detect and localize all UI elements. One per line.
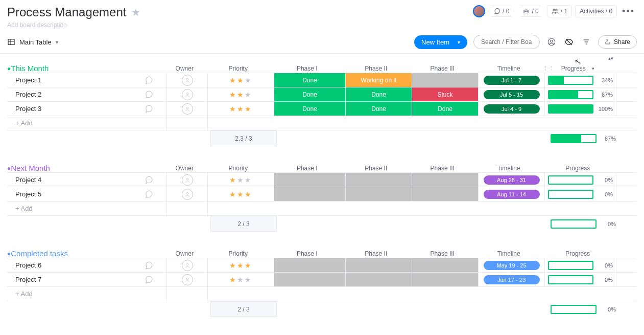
owner-cell[interactable]	[166, 173, 207, 187]
col-timeline[interactable]: Timeline	[475, 65, 542, 72]
row-name[interactable]: Project 4	[7, 173, 166, 187]
share-button[interactable]: Share	[598, 35, 637, 49]
timeline-cell[interactable]: May 19 - 25	[478, 258, 544, 272]
guests-pill[interactable]: / 0	[488, 6, 514, 17]
board-title[interactable]: Process Management	[7, 5, 126, 19]
add-row-button[interactable]: + Add	[7, 202, 166, 215]
col-phase3[interactable]: Phase III	[409, 65, 475, 72]
activities-pill[interactable]: Activities / 0	[575, 5, 617, 17]
chat-icon[interactable]	[144, 175, 153, 185]
col-phase1[interactable]: Phase I	[271, 65, 343, 72]
col-phase1[interactable]: Phase I	[271, 250, 343, 257]
col-progress[interactable]: ⋮⋮▴▾↖ Progress ▾	[542, 65, 613, 72]
col-owner[interactable]: Owner	[164, 165, 205, 172]
status-cell[interactable]	[345, 273, 412, 286]
status-cell[interactable]: Done	[345, 87, 412, 101]
status-cell[interactable]	[412, 273, 478, 286]
status-cell[interactable]: Done	[274, 102, 345, 116]
drag-handle-icon[interactable]: ⋮⋮	[543, 65, 554, 72]
sort-icon[interactable]: ▴▾	[608, 56, 613, 61]
col-phase1[interactable]: Phase I	[271, 165, 343, 172]
status-cell[interactable]	[274, 187, 345, 201]
col-priority[interactable]: Priority	[205, 65, 271, 72]
board-description[interactable]: Add board description	[7, 21, 140, 29]
owner-cell[interactable]	[166, 102, 207, 116]
priority-cell[interactable]: ★★★	[207, 102, 274, 116]
owner-cell[interactable]	[166, 258, 207, 272]
status-cell[interactable]: Done	[274, 73, 345, 87]
timeline-cell[interactable]: Jul 5 - 15	[478, 87, 544, 101]
filter-icon[interactable]	[581, 36, 592, 48]
add-row-button[interactable]: + Add	[7, 287, 166, 301]
owner-cell[interactable]	[166, 187, 207, 201]
collapse-icon[interactable]: ●	[7, 250, 11, 257]
new-item-button[interactable]: New Item ▾	[414, 35, 467, 49]
status-cell[interactable]	[345, 187, 412, 201]
search-input[interactable]	[473, 35, 540, 49]
priority-cell[interactable]: ★★★	[207, 258, 274, 272]
col-timeline[interactable]: Timeline	[475, 165, 542, 172]
robot-pill[interactable]: / 0	[517, 6, 543, 17]
status-cell[interactable]: Done	[412, 102, 478, 116]
col-progress[interactable]: Progress	[542, 250, 613, 257]
col-priority[interactable]: Priority	[205, 165, 271, 172]
chat-icon[interactable]	[144, 190, 153, 199]
col-owner[interactable]: Owner	[164, 65, 205, 72]
chat-icon[interactable]	[144, 261, 153, 270]
status-cell[interactable]	[412, 73, 478, 87]
owner-cell[interactable]	[166, 73, 207, 87]
status-cell[interactable]	[412, 258, 478, 272]
priority-cell[interactable]: ★★★	[207, 173, 274, 187]
status-cell[interactable]: Done	[274, 87, 345, 101]
timeline-cell[interactable]: Jul 4 - 9	[478, 102, 544, 116]
more-menu-icon[interactable]: •••	[620, 6, 637, 17]
chat-icon[interactable]	[144, 90, 153, 99]
avatar[interactable]	[473, 5, 485, 17]
col-progress[interactable]: Progress	[542, 165, 613, 172]
group-title[interactable]: Completed tasks	[11, 249, 164, 258]
col-phase2[interactable]: Phase II	[343, 250, 409, 257]
chat-icon[interactable]	[144, 275, 153, 284]
timeline-cell[interactable]: Jul 1 - 7	[478, 73, 544, 87]
group-title[interactable]: This Month	[11, 64, 164, 73]
add-row-button[interactable]: + Add	[7, 116, 166, 130]
row-name[interactable]: Project 6	[7, 258, 166, 272]
person-filter-icon[interactable]	[546, 36, 557, 48]
row-name[interactable]: Project 1	[7, 73, 166, 87]
owner-cell[interactable]	[166, 273, 207, 286]
status-cell[interactable]	[274, 173, 345, 187]
timeline-cell[interactable]: Aug 11 - 14	[478, 187, 544, 201]
view-selector[interactable]: Main Table ▾	[7, 38, 58, 46]
row-name[interactable]: Project 3	[7, 102, 166, 116]
row-name[interactable]: Project 2	[7, 87, 166, 101]
status-cell[interactable]	[345, 258, 412, 272]
status-cell[interactable]	[412, 173, 478, 187]
chat-icon[interactable]	[144, 104, 153, 114]
priority-cell[interactable]: ★★★	[207, 273, 274, 286]
status-cell[interactable]: Stuck	[412, 87, 478, 101]
members-pill[interactable]: / 1	[547, 5, 572, 17]
col-phase2[interactable]: Phase II	[343, 65, 409, 72]
status-cell[interactable]	[345, 173, 412, 187]
status-cell[interactable]	[274, 273, 345, 286]
chat-icon[interactable]	[144, 76, 153, 85]
priority-cell[interactable]: ★★★	[207, 87, 274, 101]
owner-cell[interactable]	[166, 87, 207, 101]
col-phase3[interactable]: Phase III	[409, 250, 475, 257]
row-name[interactable]: Project 5	[7, 187, 166, 201]
chevron-down-icon[interactable]: ▾	[458, 39, 460, 45]
timeline-cell[interactable]: Jun 17 - 23	[478, 273, 544, 286]
status-cell[interactable]: Working on it	[345, 73, 412, 87]
status-cell[interactable]: Done	[345, 102, 412, 116]
collapse-icon[interactable]: ●	[7, 65, 11, 72]
row-name[interactable]: Project 7	[7, 273, 166, 286]
group-title[interactable]: Next Month	[11, 164, 164, 172]
col-timeline[interactable]: Timeline	[475, 250, 542, 257]
status-cell[interactable]	[412, 187, 478, 201]
col-phase3[interactable]: Phase III	[409, 165, 475, 172]
star-icon[interactable]: ★	[131, 6, 140, 18]
col-priority[interactable]: Priority	[205, 250, 271, 257]
col-owner[interactable]: Owner	[164, 250, 205, 257]
priority-cell[interactable]: ★★★	[207, 187, 274, 201]
chevron-down-icon[interactable]: ▾	[592, 66, 594, 71]
